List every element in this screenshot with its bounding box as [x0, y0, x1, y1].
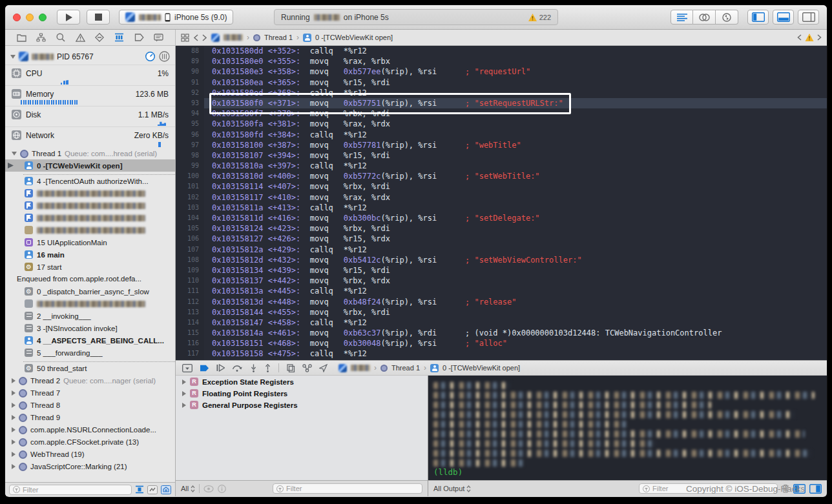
stack-frame-row[interactable]: ⚙17 start	[5, 261, 175, 273]
code-line[interactable]: 1020x103158117 <+410>: movq%rax, %rdx	[176, 192, 827, 203]
toggle-variables-pane-icon[interactable]	[793, 484, 806, 494]
print-description-icon[interactable]	[218, 485, 226, 493]
show-only-interesting-icon[interactable]	[161, 485, 171, 494]
disclosure-triangle-icon[interactable]	[12, 464, 16, 469]
view-hierarchy-icon[interactable]	[286, 364, 295, 372]
assistant-editor-button[interactable]	[693, 10, 716, 25]
step-over-icon[interactable]	[232, 364, 243, 372]
gauge-row-disk[interactable]: Disk1.1 MB/s	[5, 106, 175, 121]
debug-gauge-icon[interactable]	[145, 51, 156, 62]
debug-bar-thread[interactable]: Thread 1	[391, 364, 420, 372]
breakpoint-navigator-icon[interactable]	[134, 34, 144, 41]
disclosure-triangle-icon[interactable]	[12, 390, 16, 396]
disclosure-triangle-icon[interactable]	[12, 403, 16, 408]
disclosure-triangle-icon[interactable]	[12, 378, 16, 383]
memory-report-icon[interactable]	[159, 51, 170, 62]
code-line[interactable]: 1040x10315811d <+416>: movq0xb300bc(%rip…	[176, 213, 827, 223]
step-out-icon[interactable]	[264, 364, 271, 372]
process-row[interactable]: PID 65767	[5, 46, 175, 65]
register-group-row[interactable]: RException State Registers	[176, 376, 428, 387]
collapse-frames-icon[interactable]	[147, 485, 158, 494]
issue-warning-icon[interactable]	[805, 34, 814, 41]
disclosure-triangle-icon[interactable]	[12, 415, 16, 420]
target-app-icon-blurred[interactable]	[211, 34, 220, 42]
console-view[interactable]: (lldb) All Output Filter	[428, 376, 827, 496]
stack-frame-row[interactable]: 16 main	[5, 248, 175, 261]
stack-frame-row[interactable]	[5, 187, 175, 199]
stack-frame-row[interactable]	[5, 212, 175, 224]
stack-frame-row[interactable]: 2 __invoking___	[5, 310, 175, 322]
disclosure-triangle-icon[interactable]	[12, 439, 16, 445]
code-line[interactable]: 1000x10315810d <+400>: movq0xb5772c(%rip…	[176, 171, 827, 181]
stack-frame-row[interactable]: 0 -[TCWebViewKit open]	[5, 159, 175, 172]
toggle-navigator-button[interactable]	[747, 10, 769, 25]
code-line[interactable]: 1050x103158124 <+423>: movq%rbx, %rdi	[176, 223, 827, 234]
thread-row[interactable]: JavaScriptCore::Marking (21)	[5, 460, 175, 472]
debug-bar-frame[interactable]: 0 -[TCWebViewKit open]	[442, 364, 520, 372]
code-line[interactable]: 1010x103158114 <+407>: movq%rbx, %rdi	[176, 181, 827, 192]
toggle-console-pane-icon[interactable]	[809, 484, 822, 494]
show-crashed-threads-icon[interactable]	[135, 485, 144, 494]
disclosure-triangle-icon[interactable]	[182, 379, 186, 385]
code-line[interactable]: 1060x103158127 <+426>: movq%r15, %rdx	[176, 234, 827, 244]
code-line[interactable]: 990x10315810a <+397>: callq*%r12	[176, 161, 827, 171]
stack-frame-row[interactable]: ⚙0 _dispatch_barrier_async_f_slow	[5, 285, 175, 297]
jump-bar-frame[interactable]: 0 -[TCWebViewKit open]	[315, 34, 393, 41]
continue-icon[interactable]	[216, 364, 225, 372]
disclosure-triangle-icon[interactable]	[182, 391, 186, 396]
code-line[interactable]: 1090x103158134 <+439>: movq%r15, %rdi	[176, 265, 827, 276]
toggle-debug-area-button[interactable]	[773, 10, 794, 25]
report-navigator-icon[interactable]	[154, 34, 163, 42]
version-editor-button[interactable]	[716, 10, 738, 25]
stack-frame-row[interactable]: ⚙50 thread_start	[5, 362, 175, 374]
previous-issue-icon[interactable]	[797, 34, 802, 41]
code-line[interactable]: 1160x103158151 <+468>: movq0xb30048(%rip…	[176, 338, 827, 348]
stack-frame-row[interactable]: 3 -[NSInvocation invoke]	[5, 322, 175, 334]
thread-row[interactable]: Thread 2Queue: com....nager (serial)	[5, 374, 175, 387]
step-into-icon[interactable]	[250, 364, 257, 372]
zoom-window-button[interactable]	[39, 14, 47, 21]
scheme-selector[interactable]: iPhone 5s (9.0)	[119, 10, 233, 25]
thread-row[interactable]: Thread 7	[5, 387, 175, 399]
stack-frame-row[interactable]: 5 ___forwarding___	[5, 347, 175, 359]
standard-editor-button[interactable]	[671, 10, 693, 25]
project-navigator-icon[interactable]	[17, 34, 26, 42]
navigator-filter-field[interactable]: Filter	[9, 485, 132, 495]
code-line[interactable]: 880x1031580dd <+352>: callq*%r12	[176, 46, 827, 56]
disclosure-triangle-icon[interactable]	[182, 403, 186, 408]
quicklook-eye-icon[interactable]	[203, 485, 214, 492]
test-navigator-icon[interactable]	[95, 33, 104, 42]
related-items-icon[interactable]	[181, 34, 189, 42]
gauge-row-memory[interactable]: Memory123.6 MB	[5, 85, 175, 100]
stack-frame-row[interactable]: 4 __ASPECTS_ARE_BEING_CALL...	[5, 334, 175, 347]
code-line[interactable]: 1070x10315812a <+429>: callq*%r12	[176, 245, 827, 255]
simulate-location-icon[interactable]	[319, 364, 328, 372]
code-line[interactable]: 910x1031580ea <+365>: movq%r15, %rdi	[176, 77, 827, 88]
code-line[interactable]: 1140x103158147 <+458>: callq*%r12	[176, 318, 827, 328]
trash-icon[interactable]	[782, 484, 789, 493]
thread-row[interactable]: com.apple.CFSocket.private (13)	[5, 436, 175, 448]
minimize-window-button[interactable]	[26, 14, 34, 21]
disclosure-triangle-icon[interactable]	[10, 55, 16, 59]
stop-button[interactable]	[87, 10, 110, 25]
code-line[interactable]: 900x1031580e3 <+358>: movq0xb577ee(%rip)…	[176, 66, 827, 77]
breakpoints-toggle-icon[interactable]	[200, 365, 209, 372]
go-forward-icon[interactable]	[202, 34, 207, 41]
thread-row[interactable]: com.apple.NSURLConnectionLoade...	[5, 423, 175, 436]
go-back-icon[interactable]	[193, 34, 198, 41]
variables-scope-popup[interactable]: All	[181, 485, 195, 492]
code-line[interactable]: 1030x10315811a <+413>: callq*%r12	[176, 203, 827, 213]
code-line[interactable]: 1120x10315813d <+448>: movq0xb48f24(%rip…	[176, 297, 827, 307]
disassembly-editor[interactable]: 880x1031580dd <+352>: callq*%r12890x1031…	[176, 46, 827, 360]
disclosure-triangle-icon[interactable]	[12, 152, 17, 156]
code-line[interactable]: 1130x103158144 <+455>: movq%rbx, %rdi	[176, 307, 827, 318]
hide-debug-area-icon[interactable]	[182, 364, 192, 372]
issue-navigator-icon[interactable]	[76, 34, 85, 42]
thread-1-header[interactable]: Thread 1 Queue: com....hread (serial)	[5, 147, 175, 159]
jump-bar-thread[interactable]: Thread 1	[264, 34, 293, 41]
code-line[interactable]: 970x103158100 <+387>: movq0xb57781(%rip)…	[176, 140, 827, 150]
disclosure-triangle-icon[interactable]	[12, 427, 16, 432]
memory-graph-icon[interactable]	[302, 364, 312, 372]
symbol-navigator-icon[interactable]	[36, 33, 46, 42]
code-line[interactable]: 1110x10315813a <+445>: callq*%r12	[176, 286, 827, 296]
